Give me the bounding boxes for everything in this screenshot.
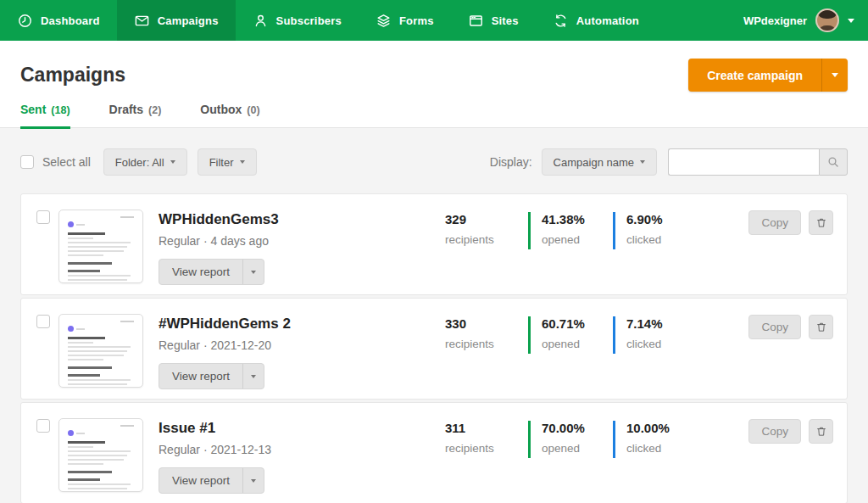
campaign-thumbnail[interactable] [58,314,143,388]
campaigns-page: Dashboard Campaigns Subscribers Forms Si… [0,0,868,503]
thumbnail-logo-line [76,224,85,226]
view-report-label[interactable]: View report [159,260,242,284]
toolbar-right: Display: Campaign name [490,148,848,176]
folder-filter-label: Folder: All [115,156,164,169]
tab-sent[interactable]: Sent (18) [20,103,70,127]
view-report-dropdown[interactable] [242,260,264,284]
thumbnail-logo [68,326,74,332]
view-report-dropdown[interactable] [242,468,264,493]
thumbnail-logo-line [76,433,85,434]
clicked-value: 7.14% [626,316,663,331]
clicked-label: clicked [626,442,670,455]
thumbnail-subheading [68,478,100,481]
recipients-value: 329 [445,212,494,226]
trash-icon [815,425,827,438]
opened-label: opened [542,442,585,455]
search-input[interactable] [668,148,819,176]
display-mode-value: Campaign name [554,156,634,169]
filter-button[interactable]: Filter [198,148,257,176]
campaign-name[interactable]: #WPHiddenGems 2 [159,316,291,333]
thumbnail-subheading [68,374,100,377]
dashboard-icon [17,13,33,29]
thumbnail-topline [120,321,134,322]
campaign-thumbnail[interactable] [58,210,143,283]
chevron-down-icon [240,160,245,164]
user-menu[interactable]: WPdexigner [743,0,868,41]
thumbnail-heading [68,441,105,444]
nav-item-label: Automation [576,14,639,27]
create-campaign-button[interactable]: Create campaign [688,59,848,92]
view-report-label[interactable]: View report [159,468,242,493]
stat-recipients: 329 recipients [445,212,494,246]
search-group [668,148,848,176]
delete-button[interactable] [809,210,833,235]
campaign-row: Issue #1 Regular · 2021-12-13 View repor… [20,402,848,503]
thumbnail-heading [68,337,105,339]
view-report-button[interactable]: View report [159,467,264,494]
copy-button[interactable]: Copy [748,419,801,444]
nav-item-forms[interactable]: Forms [359,0,451,41]
subscribers-icon [253,13,269,29]
stat-opened: 60.71% opened [528,316,585,354]
nav-item-campaigns[interactable]: Campaigns [117,0,236,41]
search-button[interactable] [819,148,848,176]
nav-item-automation[interactable]: Automation [536,0,656,41]
thumbnail-logo-line [76,328,85,330]
recipients-value: 311 [445,421,494,435]
clicked-value: 10.00% [626,421,670,435]
nav-item-dashboard[interactable]: Dashboard [0,0,117,41]
stat-clicked: 6.90% clicked [613,212,663,249]
tab-outbox[interactable]: Outbox (0) [200,103,259,127]
chevron-down-icon [832,73,838,77]
view-report-dropdown[interactable] [242,364,264,388]
tab-label: Sent [20,103,46,116]
folder-filter-button[interactable]: Folder: All [103,148,187,176]
tab-label: Drafts [109,103,143,116]
recipients-value: 330 [445,316,494,331]
chevron-down-icon [251,479,256,483]
chevron-down-icon [848,19,854,23]
campaign-meta: Regular · 2021-12-13 [159,443,271,456]
campaign-name[interactable]: WPHiddenGems3 [159,211,279,228]
create-campaign-dropdown[interactable] [821,59,848,92]
trash-icon [815,321,827,333]
campaign-tabs: Sent (18) Drafts (2) Outbox (0) [0,103,868,128]
view-report-label[interactable]: View report [159,364,242,388]
tab-drafts[interactable]: Drafts (2) [109,103,162,127]
campaign-thumbnail[interactable] [58,418,143,492]
nav-item-sites[interactable]: Sites [451,0,536,41]
select-all-checkbox[interactable] [20,155,34,169]
campaign-checkbox[interactable] [36,419,50,433]
create-campaign-label[interactable]: Create campaign [688,59,821,92]
recipients-label: recipients [445,338,494,350]
recipients-label: recipients [445,233,494,246]
select-all-label: Select all [42,155,91,169]
opened-value: 60.71% [542,316,585,331]
display-label: Display: [490,155,532,169]
campaign-checkbox[interactable] [36,210,50,224]
display-mode-dropdown[interactable]: Campaign name [542,148,657,176]
opened-value: 41.38% [542,212,585,226]
trash-icon [815,216,827,229]
copy-button[interactable]: Copy [748,210,801,235]
stat-opened: 41.38% opened [528,212,585,249]
filter-label: Filter [209,156,234,169]
campaign-checkbox[interactable] [36,315,50,328]
delete-button[interactable] [809,315,833,339]
view-report-button[interactable]: View report [159,259,264,285]
campaign-row: WPHiddenGems3 Regular · 4 days ago View … [20,193,848,295]
clicked-value: 6.90% [626,212,663,226]
clicked-label: clicked [626,338,663,350]
delete-button[interactable] [809,419,833,444]
thumbnail-subheading [68,262,112,265]
chevron-down-icon [251,375,256,378]
opened-label: opened [542,338,585,350]
copy-button[interactable]: Copy [748,315,801,339]
view-report-button[interactable]: View report [159,363,264,389]
clicked-label: clicked [626,233,663,246]
forms-icon [376,13,392,29]
chevron-down-icon [251,271,256,274]
campaign-meta: Regular · 2021-12-20 [159,338,291,352]
campaign-name[interactable]: Issue #1 [159,420,271,437]
nav-item-subscribers[interactable]: Subscribers [236,0,359,41]
